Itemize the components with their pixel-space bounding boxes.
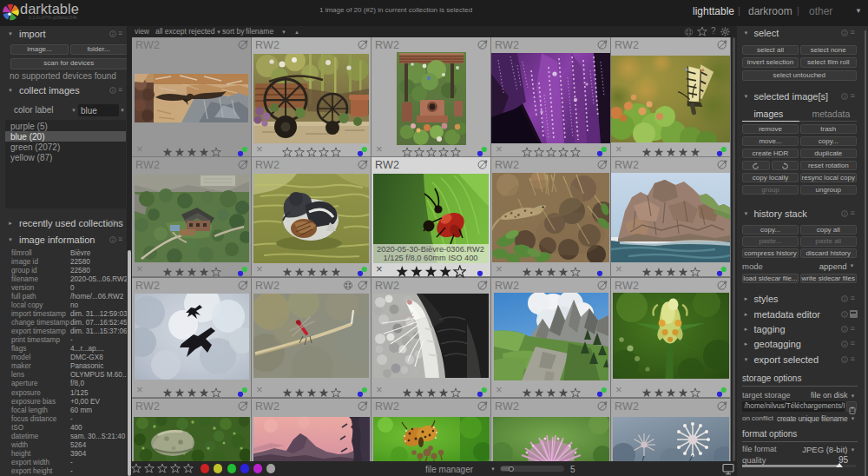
svg-text:2020-05-30-Bièvre-0306.RW2: 2020-05-30-Bièvre-0306.RW2 bbox=[377, 245, 484, 254]
svg-text:1/125 f/8,0 60mm ISO 400: 1/125 f/8,0 60mm ISO 400 bbox=[383, 254, 477, 262]
